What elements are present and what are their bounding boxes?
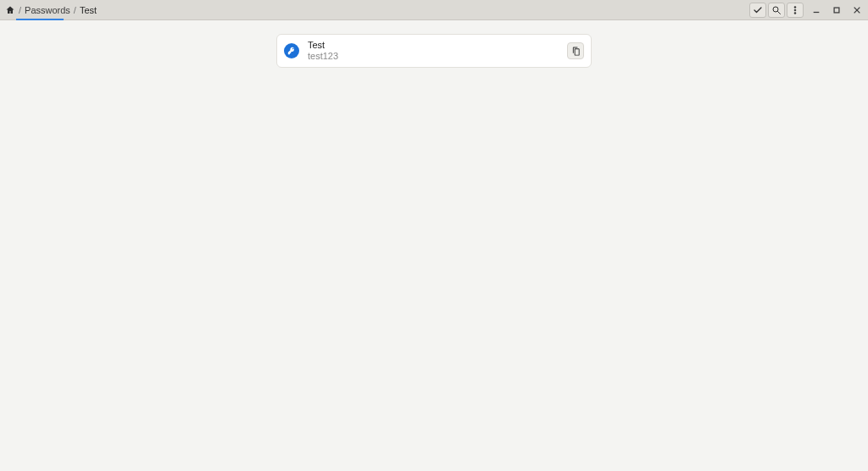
window-minimize-button[interactable] bbox=[809, 3, 824, 18]
svg-point-3 bbox=[794, 9, 796, 11]
content-area: Test test123 bbox=[0, 20, 868, 68]
svg-point-4 bbox=[794, 12, 796, 14]
key-icon bbox=[284, 43, 299, 58]
search-button[interactable] bbox=[768, 3, 785, 18]
password-entry-row[interactable]: Test test123 bbox=[276, 34, 592, 68]
copy-password-button[interactable] bbox=[567, 42, 584, 59]
breadcrumb-separator: / bbox=[74, 5, 76, 15]
svg-line-1 bbox=[778, 11, 781, 14]
entry-username: test123 bbox=[308, 51, 559, 62]
select-button[interactable] bbox=[749, 3, 766, 18]
svg-point-0 bbox=[773, 7, 778, 12]
window-maximize-button[interactable] bbox=[829, 3, 844, 18]
breadcrumb-separator: / bbox=[19, 5, 21, 15]
header-actions bbox=[749, 3, 865, 18]
window-close-button[interactable] bbox=[849, 3, 865, 18]
entry-title: Test bbox=[308, 40, 559, 51]
breadcrumb-current: Test bbox=[80, 5, 97, 15]
entry-labels: Test test123 bbox=[308, 40, 559, 62]
home-icon[interactable] bbox=[5, 5, 15, 15]
svg-point-2 bbox=[794, 6, 796, 8]
breadcrumb-link-passwords[interactable]: Passwords bbox=[25, 5, 70, 15]
header-bar: / Passwords / Test bbox=[0, 0, 868, 20]
breadcrumb-active-underline bbox=[16, 19, 64, 20]
menu-button[interactable] bbox=[787, 3, 804, 18]
breadcrumb: / Passwords / Test bbox=[5, 5, 97, 15]
svg-rect-6 bbox=[834, 8, 839, 13]
